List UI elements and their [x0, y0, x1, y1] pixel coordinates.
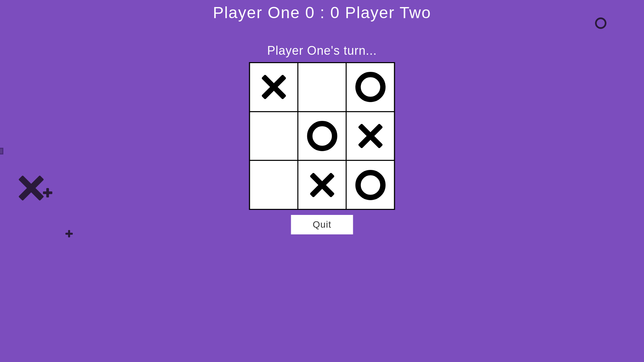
cell-7 — [299, 161, 346, 209]
decorative-plus-2 — [65, 230, 73, 237]
o-mark — [307, 121, 337, 151]
board-container — [249, 62, 395, 210]
x-mark — [355, 121, 385, 151]
score-header: Player One 0 : 0 Player Two — [0, 3, 644, 22]
decorative-o-circle — [595, 17, 606, 29]
decorative-plus-1 — [43, 188, 52, 197]
o-mark — [355, 72, 385, 102]
cell-0 — [250, 63, 298, 111]
cell-1[interactable] — [299, 63, 346, 111]
decorative-partial-left — [0, 148, 3, 154]
x-mark — [259, 72, 289, 102]
cell-5 — [347, 112, 394, 160]
o-mark — [355, 170, 385, 200]
cell-3[interactable] — [250, 112, 298, 160]
cell-2 — [347, 63, 394, 111]
x-mark — [307, 170, 337, 200]
turn-indicator: Player One's turn... — [0, 44, 644, 58]
game-board — [249, 62, 395, 210]
cell-4 — [299, 112, 346, 160]
quit-button[interactable]: Quit — [291, 215, 353, 234]
cell-8 — [347, 161, 394, 209]
cell-6[interactable] — [250, 161, 298, 209]
decorative-x-large — [16, 173, 46, 203]
